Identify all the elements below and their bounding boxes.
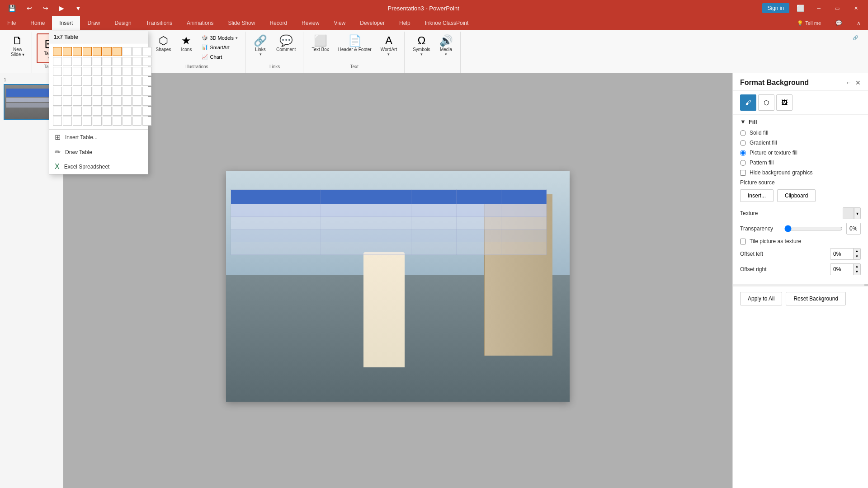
- grid-cell[interactable]: [132, 57, 142, 66]
- sign-in-button[interactable]: Sign in: [762, 3, 790, 13]
- grid-cell[interactable]: [142, 77, 151, 86]
- reset-background-button[interactable]: Reset Background: [786, 292, 846, 305]
- tab-view[interactable]: View: [326, 16, 353, 30]
- offset-right-input[interactable]: 0%: [830, 265, 853, 274]
- clipboard-button[interactable]: Clipboard: [777, 189, 816, 202]
- tab-file[interactable]: File: [0, 16, 23, 30]
- grid-cell[interactable]: [83, 67, 92, 76]
- grid-cell[interactable]: [103, 97, 112, 106]
- grid-cell[interactable]: [123, 77, 132, 86]
- panel-back-icon[interactable]: ←: [845, 79, 852, 86]
- tile-texture-option[interactable]: Tile picture as texture: [740, 238, 861, 244]
- grid-cell[interactable]: [132, 77, 142, 86]
- grid-cell[interactable]: [113, 117, 122, 126]
- grid-cell[interactable]: [132, 87, 142, 96]
- gradient-fill-radio[interactable]: [740, 140, 746, 146]
- grid-cell[interactable]: [53, 117, 62, 126]
- grid-cell[interactable]: [113, 47, 122, 56]
- grid-cell[interactable]: [63, 107, 72, 116]
- grid-cell[interactable]: [123, 47, 132, 56]
- grid-cell[interactable]: [53, 97, 62, 106]
- pattern-fill-option[interactable]: Pattern fill: [740, 160, 861, 166]
- grid-cell[interactable]: [132, 117, 142, 126]
- excel-spreadsheet-item[interactable]: X Excel Spreadsheet: [49, 160, 148, 174]
- draw-table-item[interactable]: ✏ Draw Table: [49, 145, 148, 160]
- grid-cell[interactable]: [123, 67, 132, 76]
- grid-cell[interactable]: [123, 87, 132, 96]
- redo-icon[interactable]: ↪: [39, 4, 52, 13]
- grid-cell[interactable]: [142, 87, 151, 96]
- texture-dropdown-arrow[interactable]: ▾: [854, 208, 860, 219]
- offset-left-input[interactable]: 0%: [830, 249, 853, 258]
- save-icon[interactable]: 💾: [5, 4, 19, 13]
- grid-cell[interactable]: [123, 57, 132, 66]
- grid-cell[interactable]: [83, 57, 92, 66]
- grid-cell[interactable]: [93, 47, 102, 56]
- symbols-button[interactable]: Ω Symbols ▾: [409, 33, 434, 58]
- offset-left-down[interactable]: ▼: [853, 254, 860, 259]
- grid-cell[interactable]: [83, 77, 92, 86]
- grid-cell[interactable]: [63, 77, 72, 86]
- slide-canvas[interactable]: [226, 171, 570, 402]
- maximize-button[interactable]: ▭: [830, 0, 845, 16]
- grid-cell[interactable]: [103, 57, 112, 66]
- grid-cell[interactable]: [83, 97, 92, 106]
- link-insert-icon[interactable]: 🔗: [848, 33, 863, 42]
- insert-table-item[interactable]: ⊞ Insert Table...: [49, 130, 148, 145]
- comment-button[interactable]: 💬 Comment: [273, 33, 299, 54]
- header-footer-button[interactable]: 📄 Header & Footer: [335, 33, 375, 54]
- grid-cell[interactable]: [63, 97, 72, 106]
- insert-picture-button[interactable]: Insert...: [740, 189, 774, 202]
- links-button[interactable]: 🔗 Links ▾: [250, 33, 271, 58]
- grid-cell[interactable]: [93, 117, 102, 126]
- grid-cell[interactable]: [142, 47, 151, 56]
- picture-texture-fill-option[interactable]: Picture or texture fill: [740, 150, 861, 156]
- present-icon[interactable]: ▶: [56, 4, 68, 13]
- media-button[interactable]: 🔊 Media ▾: [436, 33, 457, 58]
- grid-cell[interactable]: [113, 67, 122, 76]
- panel-scrollbar[interactable]: [864, 284, 868, 286]
- tab-record[interactable]: Record: [262, 16, 294, 30]
- grid-cell[interactable]: [132, 67, 142, 76]
- hide-background-option[interactable]: Hide background graphics: [740, 169, 861, 176]
- tab-transitions[interactable]: Transitions: [139, 16, 179, 30]
- text-box-button[interactable]: ⬜ Text Box: [308, 33, 332, 54]
- grid-cell[interactable]: [132, 97, 142, 106]
- transparency-slider[interactable]: [784, 225, 843, 232]
- panel-tab-shape[interactable]: ⬡: [758, 94, 774, 111]
- transparency-input[interactable]: 0%: [847, 224, 861, 233]
- grid-cell[interactable]: [123, 107, 132, 116]
- grid-cell[interactable]: [63, 117, 72, 126]
- grid-cell[interactable]: [53, 57, 62, 66]
- grid-cell[interactable]: [73, 97, 82, 106]
- offset-left-up[interactable]: ▲: [853, 249, 860, 254]
- grid-cell[interactable]: [83, 87, 92, 96]
- quick-access-more[interactable]: ▼: [71, 4, 85, 13]
- grid-cell[interactable]: [103, 107, 112, 116]
- grid-cell[interactable]: [113, 97, 122, 106]
- panel-tab-picture[interactable]: 🖼: [776, 94, 793, 111]
- grid-cell[interactable]: [113, 107, 122, 116]
- grid-cell[interactable]: [53, 67, 62, 76]
- grid-cell[interactable]: [73, 77, 82, 86]
- panel-tab-fill[interactable]: 🖌: [740, 94, 756, 111]
- grid-cell[interactable]: [63, 67, 72, 76]
- table-grid[interactable]: [49, 43, 148, 129]
- collapse-ribbon-icon[interactable]: ∧: [849, 16, 868, 30]
- grid-cell[interactable]: [93, 57, 102, 66]
- tab-draw[interactable]: Draw: [80, 16, 107, 30]
- grid-cell[interactable]: [93, 67, 102, 76]
- grid-cell[interactable]: [63, 57, 72, 66]
- grid-cell[interactable]: [53, 107, 62, 116]
- grid-cell[interactable]: [142, 117, 151, 126]
- hide-background-checkbox[interactable]: [740, 170, 746, 176]
- grid-cell[interactable]: [113, 87, 122, 96]
- grid-cell[interactable]: [73, 107, 82, 116]
- grid-cell[interactable]: [93, 87, 102, 96]
- grid-cell[interactable]: [73, 87, 82, 96]
- panel-close-icon[interactable]: ✕: [855, 79, 861, 86]
- grid-cell[interactable]: [73, 47, 82, 56]
- tab-developer[interactable]: Developer: [353, 16, 392, 30]
- grid-cell[interactable]: [83, 47, 92, 56]
- grid-cell[interactable]: [103, 117, 112, 126]
